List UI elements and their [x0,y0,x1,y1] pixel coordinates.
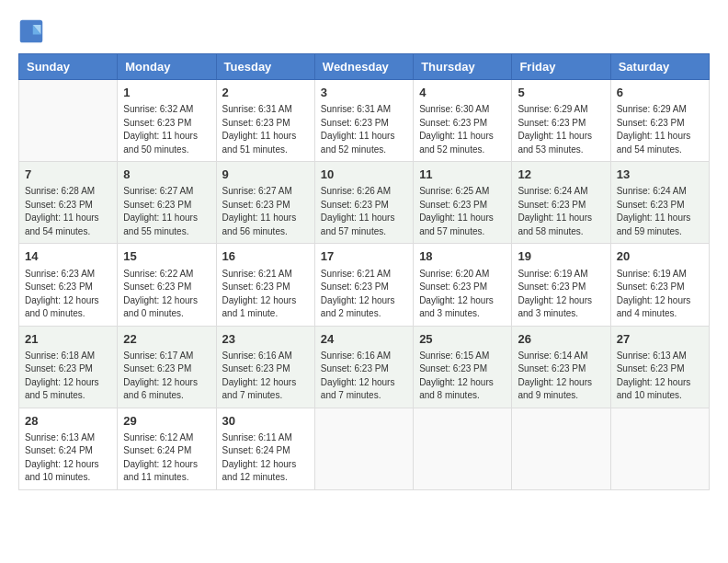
day-info: Sunrise: 6:16 AM Sunset: 6:23 PM Dayligh… [321,350,407,403]
calendar-cell: 29Sunrise: 6:12 AM Sunset: 6:24 PM Dayli… [118,408,216,489]
calendar-cell: 20Sunrise: 6:19 AM Sunset: 6:23 PM Dayli… [610,244,709,326]
calendar-cell: 22Sunrise: 6:17 AM Sunset: 6:23 PM Dayli… [118,326,216,408]
page-header [18,18,710,44]
calendar: SundayMondayTuesdayWednesdayThursdayFrid… [18,53,710,490]
week-row-1: 1Sunrise: 6:32 AM Sunset: 6:23 PM Daylig… [19,80,710,162]
day-number: 22 [123,331,210,348]
calendar-cell: 28Sunrise: 6:13 AM Sunset: 6:24 PM Dayli… [19,408,118,489]
calendar-cell: 13Sunrise: 6:24 AM Sunset: 6:23 PM Dayli… [610,162,709,244]
calendar-cell: 6Sunrise: 6:29 AM Sunset: 6:23 PM Daylig… [610,80,709,162]
day-info: Sunrise: 6:27 AM Sunset: 6:23 PM Dayligh… [123,185,210,238]
day-number: 2 [222,85,309,101]
column-header-sunday: Sunday [19,54,118,80]
calendar-cell: 19Sunrise: 6:19 AM Sunset: 6:23 PM Dayli… [512,244,610,326]
day-info: Sunrise: 6:13 AM Sunset: 6:24 PM Dayligh… [25,431,111,485]
day-info: Sunrise: 6:29 AM Sunset: 6:23 PM Dayligh… [617,103,703,156]
day-info: Sunrise: 6:19 AM Sunset: 6:23 PM Dayligh… [518,268,604,321]
calendar-cell: 25Sunrise: 6:15 AM Sunset: 6:23 PM Dayli… [414,326,512,408]
calendar-cell: 16Sunrise: 6:21 AM Sunset: 6:23 PM Dayli… [216,244,314,326]
calendar-cell: 3Sunrise: 6:31 AM Sunset: 6:23 PM Daylig… [314,80,413,162]
calendar-cell: 15Sunrise: 6:22 AM Sunset: 6:23 PM Dayli… [118,244,216,326]
day-number: 6 [617,85,703,101]
calendar-cell: 17Sunrise: 6:21 AM Sunset: 6:23 PM Dayli… [314,244,413,326]
calendar-cell [610,408,709,489]
day-number: 7 [25,167,111,183]
calendar-cell: 24Sunrise: 6:16 AM Sunset: 6:23 PM Dayli… [314,326,413,408]
day-number: 13 [617,167,703,183]
calendar-cell: 9Sunrise: 6:27 AM Sunset: 6:23 PM Daylig… [216,162,314,244]
day-number: 21 [25,331,111,348]
day-number: 12 [518,167,604,183]
calendar-cell [414,408,512,489]
column-header-tuesday: Tuesday [216,54,314,80]
day-number: 20 [617,248,703,265]
day-number: 8 [123,167,210,183]
calendar-cell: 23Sunrise: 6:16 AM Sunset: 6:23 PM Dayli… [216,326,314,408]
day-info: Sunrise: 6:14 AM Sunset: 6:23 PM Dayligh… [518,350,604,403]
day-info: Sunrise: 6:21 AM Sunset: 6:23 PM Dayligh… [321,268,407,321]
calendar-cell: 30Sunrise: 6:11 AM Sunset: 6:24 PM Dayli… [216,408,314,489]
column-header-monday: Monday [118,54,216,80]
calendar-cell: 4Sunrise: 6:30 AM Sunset: 6:23 PM Daylig… [414,80,512,162]
calendar-cell [512,408,610,489]
day-number: 9 [222,167,309,183]
calendar-cell: 18Sunrise: 6:20 AM Sunset: 6:23 PM Dayli… [414,244,512,326]
day-number: 26 [518,331,604,348]
calendar-cell: 27Sunrise: 6:13 AM Sunset: 6:23 PM Dayli… [610,326,709,408]
day-info: Sunrise: 6:18 AM Sunset: 6:23 PM Dayligh… [25,350,111,403]
day-number: 27 [617,331,703,348]
column-header-wednesday: Wednesday [314,54,413,80]
day-info: Sunrise: 6:24 AM Sunset: 6:23 PM Dayligh… [518,185,604,238]
column-header-thursday: Thursday [414,54,512,80]
calendar-cell: 7Sunrise: 6:28 AM Sunset: 6:23 PM Daylig… [19,162,118,244]
calendar-header-row: SundayMondayTuesdayWednesdayThursdayFrid… [19,54,710,80]
day-info: Sunrise: 6:15 AM Sunset: 6:23 PM Dayligh… [419,350,506,403]
day-info: Sunrise: 6:21 AM Sunset: 6:23 PM Dayligh… [222,268,309,321]
calendar-cell: 26Sunrise: 6:14 AM Sunset: 6:23 PM Dayli… [512,326,610,408]
day-number: 23 [222,331,309,348]
calendar-cell: 1Sunrise: 6:32 AM Sunset: 6:23 PM Daylig… [118,80,216,162]
week-row-5: 28Sunrise: 6:13 AM Sunset: 6:24 PM Dayli… [19,408,710,489]
day-info: Sunrise: 6:27 AM Sunset: 6:23 PM Dayligh… [222,185,309,238]
column-header-saturday: Saturday [610,54,709,80]
calendar-cell: 8Sunrise: 6:27 AM Sunset: 6:23 PM Daylig… [118,162,216,244]
day-number: 17 [321,248,407,265]
day-number: 28 [25,413,111,430]
day-info: Sunrise: 6:20 AM Sunset: 6:23 PM Dayligh… [419,268,506,321]
calendar-cell: 10Sunrise: 6:26 AM Sunset: 6:23 PM Dayli… [314,162,413,244]
calendar-cell: 14Sunrise: 6:23 AM Sunset: 6:23 PM Dayli… [19,244,118,326]
day-number: 11 [419,167,506,183]
week-row-2: 7Sunrise: 6:28 AM Sunset: 6:23 PM Daylig… [19,162,710,244]
day-info: Sunrise: 6:32 AM Sunset: 6:23 PM Dayligh… [123,103,210,156]
day-info: Sunrise: 6:22 AM Sunset: 6:23 PM Dayligh… [123,268,210,321]
day-number: 24 [321,331,407,348]
day-info: Sunrise: 6:29 AM Sunset: 6:23 PM Dayligh… [518,103,604,156]
day-number: 30 [222,413,309,430]
day-number: 14 [25,248,111,265]
day-info: Sunrise: 6:30 AM Sunset: 6:23 PM Dayligh… [419,103,506,156]
day-number: 25 [419,331,506,348]
day-number: 3 [321,85,407,101]
week-row-3: 14Sunrise: 6:23 AM Sunset: 6:23 PM Dayli… [19,244,710,326]
day-number: 5 [518,85,604,101]
day-info: Sunrise: 6:12 AM Sunset: 6:24 PM Dayligh… [123,431,210,485]
logo-icon [18,18,44,44]
day-number: 16 [222,248,309,265]
day-info: Sunrise: 6:26 AM Sunset: 6:23 PM Dayligh… [321,185,407,238]
logo [18,18,48,44]
day-info: Sunrise: 6:16 AM Sunset: 6:23 PM Dayligh… [222,350,309,403]
day-info: Sunrise: 6:25 AM Sunset: 6:23 PM Dayligh… [419,185,506,238]
calendar-cell: 12Sunrise: 6:24 AM Sunset: 6:23 PM Dayli… [512,162,610,244]
day-info: Sunrise: 6:23 AM Sunset: 6:23 PM Dayligh… [25,268,111,321]
calendar-cell [314,408,413,489]
day-info: Sunrise: 6:11 AM Sunset: 6:24 PM Dayligh… [222,431,309,485]
day-number: 18 [419,248,506,265]
day-info: Sunrise: 6:19 AM Sunset: 6:23 PM Dayligh… [617,268,703,321]
day-info: Sunrise: 6:17 AM Sunset: 6:23 PM Dayligh… [123,350,210,403]
day-number: 4 [419,85,506,101]
calendar-cell: 5Sunrise: 6:29 AM Sunset: 6:23 PM Daylig… [512,80,610,162]
day-number: 19 [518,248,604,265]
day-number: 29 [123,413,210,430]
day-number: 10 [321,167,407,183]
calendar-cell: 2Sunrise: 6:31 AM Sunset: 6:23 PM Daylig… [216,80,314,162]
